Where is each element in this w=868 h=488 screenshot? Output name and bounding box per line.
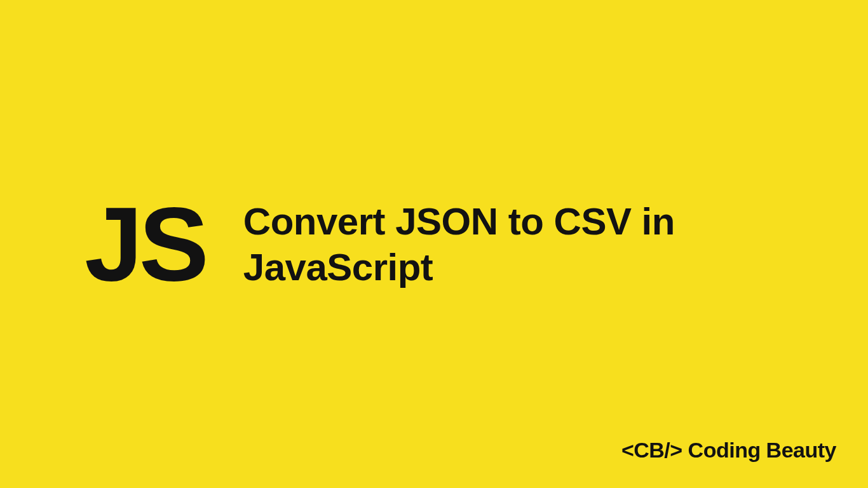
main-content: JS Convert JSON to CSV in JavaScript — [85, 192, 783, 297]
js-logo-badge: JS — [85, 192, 205, 297]
brand-label: <CB/> Coding Beauty — [621, 438, 836, 463]
page-title: Convert JSON to CSV in JavaScript — [243, 198, 783, 290]
